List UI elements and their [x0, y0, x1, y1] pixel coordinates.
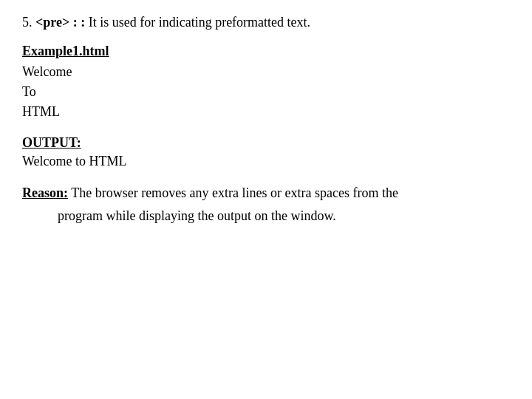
output-content: Welcome to HTML [22, 154, 510, 169]
reason-label: Reason: [22, 185, 68, 200]
example-title: Example1.html [22, 44, 510, 59]
output-block: OUTPUT: Welcome to HTML [22, 135, 510, 169]
reason-block: Reason: The browser removes any extra li… [22, 183, 510, 227]
tag-label: <pre> : : [35, 15, 85, 30]
code-line-2: To [22, 82, 510, 102]
example-block: Example1.html Welcome To HTML [22, 44, 510, 122]
section-number: 5. [22, 15, 33, 30]
code-line-1: Welcome [22, 62, 510, 82]
code-block: Welcome To HTML [22, 62, 510, 122]
code-line-3: HTML [22, 102, 510, 122]
section-description: It is used for indicating preformatted t… [89, 15, 310, 30]
reason-continuation: program while displaying the output on t… [22, 205, 510, 227]
output-label: OUTPUT: [22, 135, 510, 151]
reason-text: The browser removes any extra lines or e… [68, 185, 398, 200]
section-header: 5. <pre> : : It is used for indicating p… [22, 15, 510, 30]
